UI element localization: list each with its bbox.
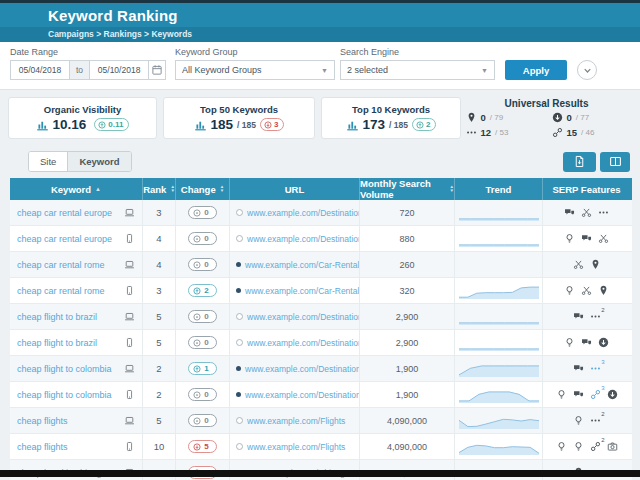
search-engine-filter: Search Engine 2 selected ▼ <box>340 47 495 80</box>
search-volume-value: 720 <box>399 208 414 218</box>
bulb-icon <box>556 389 567 400</box>
scissors-icon <box>598 233 609 244</box>
export-button[interactable] <box>563 152 596 172</box>
keyword-link[interactable]: cheap flight to colombia <box>17 390 112 400</box>
desktop-icon <box>124 311 135 322</box>
keyword-group-label: Keyword Group <box>175 47 335 57</box>
table-row: cheap car rental europe30www.example.com… <box>10 200 632 226</box>
rank-change-badge: 0 <box>188 336 216 349</box>
keyword-link[interactable]: cheap flights <box>17 442 68 452</box>
rank-change-badge: 0 <box>188 388 216 401</box>
rank-change-badge: 0 <box>188 206 216 219</box>
trend-sparkline <box>459 438 539 456</box>
url-link[interactable]: www.example.com/Destinations-In-Col... <box>245 364 360 374</box>
rank-value: 10 <box>154 441 165 452</box>
bulb-icon <box>564 337 575 348</box>
zero-circle-icon <box>193 391 201 399</box>
keyword-link[interactable]: cheap flights <box>17 416 68 426</box>
zero-circle-icon <box>193 339 201 347</box>
arrow-up-circle-icon <box>193 287 201 295</box>
columns-button[interactable] <box>600 152 630 172</box>
universal-result-item: 15/ 46 <box>552 127 628 138</box>
url-link[interactable]: www.example.com/Car-Rentals-In-Rom... <box>245 286 360 296</box>
url-link[interactable]: www.example.com/Destinations-In-Bra... <box>247 338 360 348</box>
url-link[interactable]: www.example.com/Flights <box>247 442 345 452</box>
app-header: Keyword Ranking Campaigns > Rankings > K… <box>0 3 640 42</box>
expand-toggle-button[interactable] <box>577 60 597 80</box>
column-header-keyword[interactable]: Keyword▲ <box>10 178 143 200</box>
tab-site[interactable]: Site <box>29 152 67 171</box>
url-status-dot <box>236 339 243 346</box>
bubbles-icon <box>573 311 584 322</box>
arrow-down-circle-icon <box>193 443 201 451</box>
mobile-icon <box>124 389 135 400</box>
dots-icon: 3 <box>590 363 601 374</box>
circle-down-icon <box>598 337 609 348</box>
mobile-icon <box>124 441 135 452</box>
camera-icon <box>607 441 618 452</box>
url-status-dot <box>236 262 241 267</box>
filter-bar: Date Range to Keyword Group All Keyword … <box>0 42 640 90</box>
stat-card-top-10-keywords: Top 10 Keywords 173 / 185 2 <box>321 97 461 139</box>
zero-circle-icon <box>193 209 201 217</box>
universal-total: / 77 <box>576 113 589 122</box>
stat-total: / 185 <box>237 120 256 130</box>
date-to-input[interactable] <box>89 60 148 80</box>
stat-card-organic-visibility: Organic Visibility 10.16 0.11 <box>8 97 157 139</box>
bubbles-icon <box>573 389 584 400</box>
url-link[interactable]: www.example.com/Car-Rentals-In-Rom... <box>245 260 360 270</box>
table-row: cheap flight to colombia21www.example.co… <box>10 356 632 382</box>
stat-value: 185 <box>211 117 234 132</box>
pin-icon <box>466 112 477 123</box>
bar-chart-icon <box>194 118 207 131</box>
keyword-link[interactable]: cheap car rental rome <box>17 260 105 270</box>
export-file-icon <box>573 155 586 168</box>
rank-change-badge: 0 <box>188 310 216 323</box>
calendar-button[interactable] <box>148 60 166 80</box>
search-volume-value: 4,090,000 <box>387 416 427 426</box>
rank-value: 5 <box>156 337 161 348</box>
column-header-rank[interactable]: Rank▲▼ <box>143 178 176 200</box>
tab-keyword[interactable]: Keyword <box>67 152 130 171</box>
column-header-change[interactable]: Change▲▼ <box>176 178 230 200</box>
keyword-table: Keyword▲Rank▲▼Change▲▼URLMonthly Search … <box>10 178 632 480</box>
rank-change-badge: 2 <box>188 284 216 297</box>
universal-results: Universal Results 0/ 790/ 7712/ 5315/ 46 <box>461 97 632 138</box>
search-engine-value: 2 selected <box>347 65 388 75</box>
search-volume-value: 2,900 <box>396 338 419 348</box>
rank-value: 4 <box>156 259 161 270</box>
view-switch-row: Site Keyword <box>0 145 640 178</box>
keyword-link[interactable]: cheap car rental europe <box>17 208 112 218</box>
url-status-dot <box>236 313 243 320</box>
sort-asc-icon: ▲ <box>95 186 101 192</box>
column-label: SERP Features <box>553 184 621 195</box>
desktop-icon <box>124 207 135 218</box>
rank-change-badge: 0 <box>188 258 216 271</box>
apply-button[interactable]: Apply <box>505 60 567 80</box>
search-volume-value: 1,900 <box>396 390 419 400</box>
url-status-dot <box>236 366 241 371</box>
keyword-link[interactable]: cheap flight to colombia <box>17 364 112 374</box>
trend-sparkline <box>459 230 539 248</box>
url-link[interactable]: www.example.com/Destinations-In-Bra... <box>247 312 360 322</box>
url-link[interactable]: www.example.com/Destinations-In-Col... <box>245 390 360 400</box>
column-header-monthly-search-volume[interactable]: Monthly Search Volume▲▼ <box>360 178 455 200</box>
column-header-serp-features: SERP Features <box>543 178 630 200</box>
keyword-link[interactable]: cheap car rental europe <box>17 234 112 244</box>
keyword-link[interactable]: cheap flight to brazil <box>17 312 97 322</box>
arrow-up-circle-icon <box>193 365 201 373</box>
zero-circle-icon <box>193 313 201 321</box>
pin-icon <box>598 285 609 296</box>
keyword-group-select[interactable]: All Keyword Groups ▼ <box>175 60 335 80</box>
url-link[interactable]: www.example.com/Destinations-In-Eur... <box>247 234 360 244</box>
search-engine-select[interactable]: 2 selected ▼ <box>340 60 495 80</box>
date-from-input[interactable] <box>10 60 69 80</box>
keyword-link[interactable]: cheap flight to brazil <box>17 338 97 348</box>
url-link[interactable]: www.example.com/Flights <box>247 416 345 426</box>
url-status-dot <box>236 288 241 293</box>
link-icon: 3 <box>590 389 601 400</box>
column-header-trend: Trend <box>455 178 543 200</box>
url-link[interactable]: www.example.com/Destinations-In-Eur... <box>247 208 360 218</box>
url-status-dot <box>236 417 243 424</box>
keyword-link[interactable]: cheap car rental rome <box>17 286 105 296</box>
